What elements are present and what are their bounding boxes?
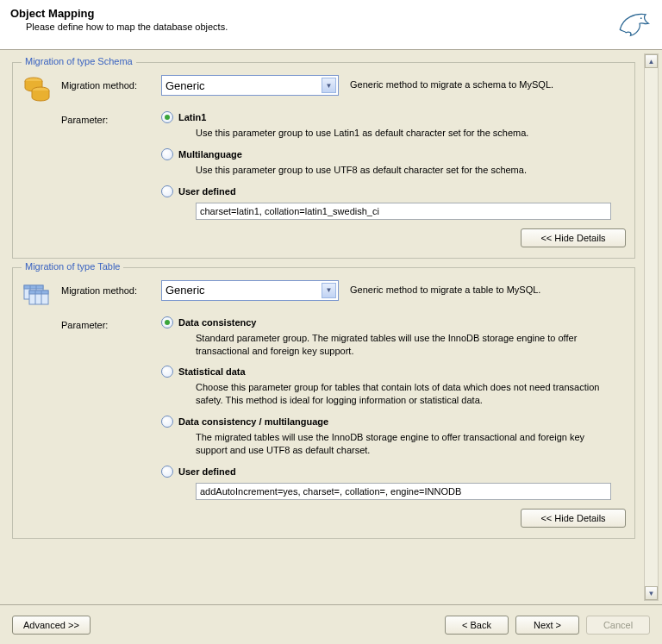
table-dc-desc: Standard parameter group. The migrated t… xyxy=(196,332,618,358)
group-table: Migration of type Table Migration method xyxy=(12,267,635,539)
mysql-dolphin-icon xyxy=(615,7,652,43)
schema-multilang-desc: Use this parameter group to use UTF8 as … xyxy=(196,164,618,177)
table-radio-dc[interactable] xyxy=(161,316,173,328)
table-param-label: Parameter: xyxy=(61,315,161,330)
schema-method-select[interactable]: Generic ▼ xyxy=(161,75,339,96)
next-button[interactable]: Next > xyxy=(515,616,579,635)
table-radio-user[interactable] xyxy=(161,466,173,478)
svg-rect-8 xyxy=(29,291,48,294)
table-hide-details-button[interactable]: << Hide Details xyxy=(521,509,626,528)
table-method-desc: Generic method to migrate a table to MyS… xyxy=(350,284,540,295)
svg-point-0 xyxy=(640,17,642,19)
vertical-scrollbar[interactable]: ▲ ▼ xyxy=(644,53,659,601)
back-button[interactable]: < Back xyxy=(445,616,509,635)
table-icon xyxy=(22,280,51,309)
schema-radio-user[interactable] xyxy=(161,185,173,197)
table-radio-dcml[interactable] xyxy=(161,416,173,428)
table-stat-desc: Choose this parameter group for tables t… xyxy=(196,381,618,407)
scroll-area: Migration of type Schema Migration metho… xyxy=(7,53,644,601)
schema-radio-latin1[interactable] xyxy=(161,111,173,123)
table-radio-stat-label: Statistical data xyxy=(178,366,246,377)
chevron-down-icon: ▼ xyxy=(322,283,336,298)
schema-radio-multilang[interactable] xyxy=(161,148,173,160)
schema-radio-multilang-label: Multilanguage xyxy=(178,149,242,159)
cancel-button: Cancel xyxy=(586,616,650,635)
table-radio-user-label: User defined xyxy=(178,466,236,477)
table-dcml-desc: The migrated tables will use the InnoDB … xyxy=(196,431,618,457)
wizard-header: Object Mapping Please define how to map … xyxy=(0,0,662,50)
schema-hide-details-button[interactable]: << Hide Details xyxy=(521,228,626,247)
schema-param-label: Parameter: xyxy=(61,109,161,125)
group-title-schema: Migration of type Schema xyxy=(22,56,136,66)
schema-latin1-desc: Use this parameter group to use Latin1 a… xyxy=(196,127,618,140)
wizard-footer: Advanced >> < Back Next > Cancel xyxy=(0,604,662,644)
table-radio-dc-label: Data consistency xyxy=(178,317,256,328)
schema-method-label: Migration method: xyxy=(61,75,161,91)
table-radio-dcml-label: Data consistency / multilanguage xyxy=(178,416,328,427)
svg-rect-4 xyxy=(24,285,43,289)
group-title-table: Migration of type Table xyxy=(22,261,123,272)
table-method-label: Migration method: xyxy=(61,280,161,296)
schema-user-input[interactable] xyxy=(196,203,611,220)
scroll-down-icon[interactable]: ▼ xyxy=(645,586,658,600)
table-method-select[interactable]: Generic ▼ xyxy=(161,280,339,301)
chevron-down-icon: ▼ xyxy=(322,78,336,93)
schema-icon xyxy=(22,75,51,104)
schema-radio-user-label: User defined xyxy=(178,186,236,197)
table-user-input[interactable] xyxy=(196,483,611,500)
scroll-up-icon[interactable]: ▲ xyxy=(645,54,658,68)
table-method-value: Generic xyxy=(166,284,205,297)
group-schema: Migration of type Schema Migration metho… xyxy=(12,62,635,259)
schema-radio-latin1-label: Latin1 xyxy=(178,112,206,122)
page-title: Object Mapping xyxy=(10,7,228,20)
schema-method-value: Generic xyxy=(166,79,205,92)
table-radio-stat[interactable] xyxy=(161,366,173,378)
advanced-button[interactable]: Advanced >> xyxy=(12,616,91,635)
schema-method-desc: Generic method to migrate a schema to My… xyxy=(350,79,553,90)
page-subtitle: Please define how to map the database ob… xyxy=(26,22,228,32)
